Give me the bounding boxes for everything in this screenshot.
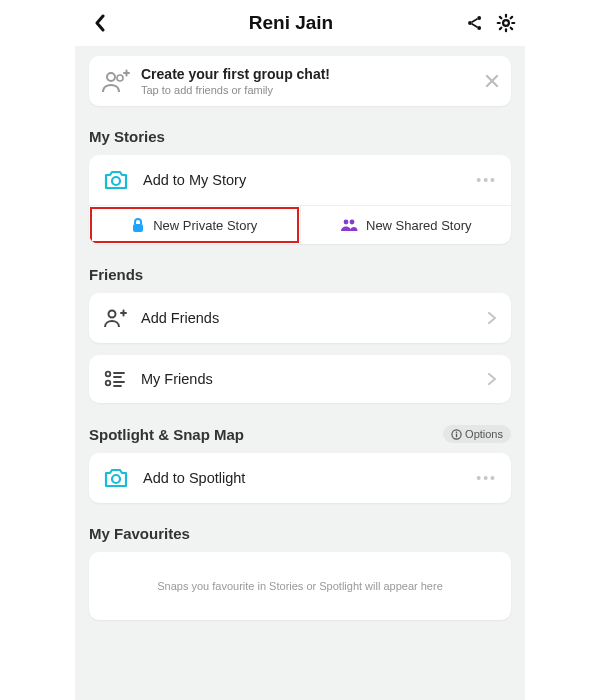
back-button[interactable] — [83, 14, 117, 32]
prompt-text: Create your first group chat! Tap to add… — [141, 66, 330, 96]
new-shared-story-label: New Shared Story — [366, 218, 472, 233]
lock-icon — [131, 217, 145, 233]
chevron-right-icon — [487, 372, 497, 386]
prompt-title: Create your first group chat! — [141, 66, 330, 82]
page-title: Reni Jain — [117, 12, 465, 34]
options-label: Options — [465, 428, 503, 440]
svg-rect-7 — [133, 224, 143, 232]
spotlight-card: Add to Spotlight ••• — [89, 453, 511, 503]
favourites-empty-state: Snaps you favourite in Stories or Spotli… — [89, 552, 511, 620]
svg-rect-15 — [456, 433, 457, 437]
header-bar: Reni Jain — [75, 0, 525, 46]
gear-icon — [495, 12, 517, 34]
svg-point-10 — [109, 311, 116, 318]
spotlight-heading: Spotlight & Snap Map — [89, 426, 244, 443]
new-private-story-label: New Private Story — [153, 218, 257, 233]
story-type-row: New Private Story New Shared Story — [89, 205, 511, 244]
camera-icon — [103, 169, 129, 191]
prompt-subtitle: Tap to add friends or family — [141, 84, 330, 96]
add-friends-row[interactable]: Add Friends — [89, 293, 511, 343]
my-stories-card: Add to My Story ••• New Private Story Ne… — [89, 155, 511, 244]
spotlight-options-button[interactable]: Options — [443, 425, 511, 443]
friends-heading: Friends — [89, 266, 511, 283]
favourites-heading: My Favourites — [89, 525, 511, 542]
add-to-spotlight-row[interactable]: Add to Spotlight ••• — [89, 453, 511, 503]
svg-point-8 — [344, 220, 349, 225]
svg-point-5 — [117, 75, 123, 81]
my-friends-row[interactable]: My Friends — [89, 355, 511, 403]
svg-point-2 — [477, 26, 481, 30]
svg-point-0 — [468, 21, 472, 25]
svg-point-6 — [112, 177, 120, 185]
add-story-label: Add to My Story — [143, 172, 462, 188]
svg-point-4 — [107, 73, 115, 81]
my-friends-label: My Friends — [141, 371, 473, 387]
chevron-right-icon — [487, 311, 497, 325]
spotlight-more-button[interactable]: ••• — [476, 470, 497, 486]
add-friends-label: Add Friends — [141, 310, 473, 326]
group-add-icon — [101, 68, 131, 94]
new-shared-story-button[interactable]: New Shared Story — [301, 206, 512, 244]
person-add-icon — [103, 307, 127, 329]
profile-screen: Reni Jain Create your first group chat! … — [75, 0, 525, 700]
svg-point-3 — [503, 20, 509, 26]
svg-point-16 — [112, 475, 120, 483]
settings-button[interactable] — [495, 12, 517, 34]
my-stories-heading: My Stories — [89, 128, 511, 145]
info-icon — [451, 429, 462, 440]
svg-point-12 — [106, 381, 111, 386]
close-icon — [485, 74, 499, 88]
favourites-empty-text: Snaps you favourite in Stories or Spotli… — [157, 580, 443, 592]
share-button[interactable] — [465, 13, 485, 33]
share-icon — [465, 13, 485, 33]
camera-icon — [103, 467, 129, 489]
chevron-left-icon — [93, 14, 107, 32]
my-friends-card: My Friends — [89, 355, 511, 403]
dismiss-prompt-button[interactable] — [485, 74, 499, 88]
friends-list-icon — [103, 369, 127, 389]
svg-point-14 — [456, 431, 458, 433]
svg-point-11 — [106, 372, 111, 377]
people-icon — [340, 218, 358, 232]
new-private-story-button[interactable]: New Private Story — [89, 206, 301, 244]
svg-point-1 — [477, 16, 481, 20]
add-friends-card: Add Friends — [89, 293, 511, 343]
svg-point-9 — [350, 220, 355, 225]
group-chat-prompt[interactable]: Create your first group chat! Tap to add… — [89, 56, 511, 106]
add-spotlight-label: Add to Spotlight — [143, 470, 462, 486]
add-to-my-story-row[interactable]: Add to My Story ••• — [89, 155, 511, 205]
story-more-button[interactable]: ••• — [476, 172, 497, 188]
